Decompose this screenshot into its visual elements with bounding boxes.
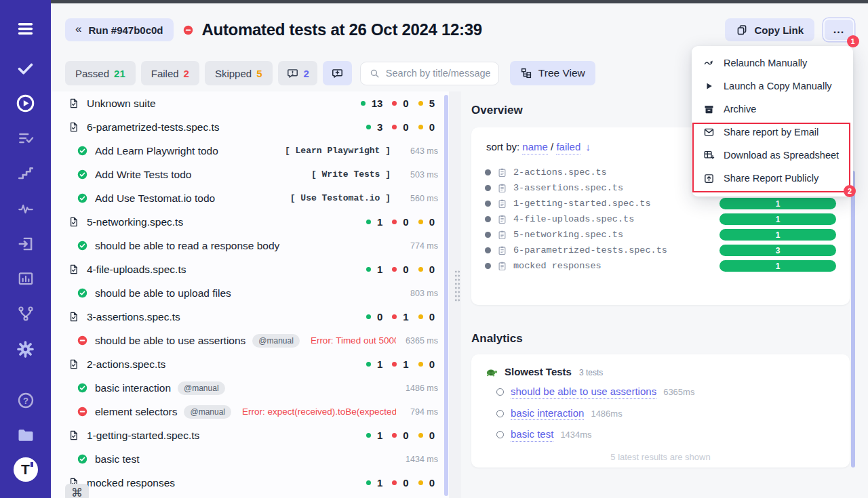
suite-row[interactable]: mocked responses 100 bbox=[51, 471, 449, 495]
spec-file-icon bbox=[68, 430, 79, 441]
test-row[interactable]: should be able to upload files 803 ms bbox=[51, 281, 449, 305]
overview-suite-row[interactable]: 4-file-uploads.spec.ts 1 bbox=[485, 211, 836, 227]
test-list: Unknown suite 1305 6-parametrized-tests.… bbox=[51, 91, 449, 498]
test-list-scrollbar[interactable] bbox=[444, 95, 448, 496]
suite-title: 2-actions.spec.ts bbox=[87, 358, 165, 371]
right-panel-scrollbar[interactable] bbox=[851, 171, 855, 468]
test-row[interactable]: should be able to read a response body 7… bbox=[51, 234, 449, 257]
folder-icon[interactable] bbox=[0, 421, 51, 449]
suite-counts: 100 bbox=[366, 430, 438, 441]
passed-count: 21 bbox=[114, 68, 125, 79]
overview-suite-row[interactable]: 6-parametrized-tests.spec.ts 3 bbox=[485, 243, 836, 258]
filter-failed-button[interactable]: Failed2 bbox=[141, 61, 199, 85]
suite-counts: 010 bbox=[366, 311, 438, 323]
suite-row[interactable]: 2-actions.spec.ts 110 bbox=[51, 352, 449, 376]
pulse-icon[interactable] bbox=[0, 195, 51, 222]
spec-file-icon bbox=[68, 264, 79, 275]
tree-view-button[interactable]: Tree View bbox=[510, 61, 595, 85]
suite-row[interactable]: 1-getting-started.spec.ts 100 bbox=[51, 423, 449, 447]
test-title: should be able to use assertions bbox=[95, 335, 245, 347]
example-tag: [ Write Tests ] bbox=[311, 169, 391, 180]
command-key-hint: ⌘ bbox=[65, 484, 89, 498]
error-message: Error: expect(received).toBe(expected) /… bbox=[242, 407, 396, 417]
duration: 774 ms bbox=[403, 241, 438, 251]
suite-row[interactable]: Unknown suite 1305 bbox=[51, 91, 449, 115]
sort-by-name-link[interactable]: name bbox=[522, 141, 548, 154]
suite-row[interactable]: 6-parametrized-tests.spec.ts 300 bbox=[51, 115, 449, 139]
test-row[interactable]: basic interaction @manual 1486 ms bbox=[51, 376, 449, 400]
slow-test-item: should be able to use assertions 6365ms bbox=[496, 386, 836, 399]
clipboard-icon bbox=[497, 183, 507, 193]
menu-item-download-spreadsheet[interactable]: Download as Spreadsheet bbox=[692, 144, 853, 167]
suite-title: Unknown suite bbox=[87, 98, 156, 110]
test-row[interactable]: Add Write Tests todo [ Write Tests ]503 … bbox=[51, 163, 449, 186]
slow-test-link[interactable]: basic test bbox=[511, 428, 553, 442]
test-row[interactable]: Add Learn Playwright todo [ Learn Playwr… bbox=[51, 139, 449, 163]
spreadsheet-icon bbox=[703, 149, 715, 161]
filter-passed-button[interactable]: Passed21 bbox=[65, 61, 136, 85]
menu-item-relaunch[interactable]: Relaunch Manually bbox=[692, 51, 853, 75]
bullet-icon bbox=[485, 201, 491, 207]
widget-title: Slowest Tests bbox=[505, 366, 572, 377]
git-branch-icon[interactable] bbox=[0, 300, 51, 327]
menu-item-archive[interactable]: Archive bbox=[692, 98, 853, 121]
test-row[interactable]: basic test 1434 ms bbox=[51, 447, 449, 471]
duration: 643 ms bbox=[403, 146, 438, 156]
sort-by-failed-link[interactable]: failed bbox=[556, 141, 580, 154]
spec-file-icon bbox=[68, 311, 79, 323]
suite-counts: 100 bbox=[366, 216, 438, 228]
check-icon[interactable] bbox=[0, 54, 51, 81]
clipboard-icon bbox=[497, 261, 507, 271]
filter-skipped-button[interactable]: Skipped5 bbox=[205, 61, 273, 85]
passed-count-bar: 1 bbox=[719, 229, 836, 241]
menu-item-launch-copy[interactable]: Launch a Copy Manually bbox=[692, 75, 853, 98]
test-row[interactable]: Add Use Testomat.io todo [ Use Testomat.… bbox=[51, 186, 449, 210]
slow-test-item: basic test 1434ms bbox=[496, 428, 836, 442]
run-header: « Run #947b0c0d Automated tests at 26 Oc… bbox=[65, 18, 854, 42]
comments-filter-button[interactable]: 2 bbox=[278, 61, 317, 85]
slow-test-link[interactable]: should be able to use assertions bbox=[511, 386, 656, 399]
suite-row[interactable]: 3-assertions.spec.ts 010 bbox=[51, 305, 449, 329]
gear-icon[interactable] bbox=[0, 335, 51, 362]
menu-item-share-email[interactable]: Share report by Email bbox=[692, 121, 853, 144]
add-comment-button[interactable] bbox=[323, 61, 352, 85]
run-failed-status-icon bbox=[182, 24, 194, 36]
overview-suite-row[interactable]: 1-getting-started.spec.ts 1 bbox=[485, 196, 836, 211]
test-row[interactable]: should be able to use assertions @manual… bbox=[51, 329, 449, 352]
slow-test-link[interactable]: basic interaction bbox=[511, 407, 584, 421]
test-title: Add Write Tests todo bbox=[95, 169, 191, 181]
suite-row[interactable]: 5-networking.spec.ts 100 bbox=[51, 210, 449, 234]
clipboard-icon bbox=[497, 230, 507, 240]
bar-chart-icon[interactable] bbox=[0, 265, 51, 292]
list-check-icon[interactable] bbox=[0, 125, 51, 152]
menu-icon[interactable] bbox=[0, 15, 51, 42]
passed-icon bbox=[77, 192, 88, 204]
spec-file-icon bbox=[68, 98, 79, 109]
test-title: Add Use Testomat.io todo bbox=[95, 192, 215, 205]
passed-icon bbox=[77, 169, 88, 180]
play-icon bbox=[703, 81, 715, 91]
sign-in-icon[interactable] bbox=[0, 230, 51, 257]
menu-item-share-publicly[interactable]: Share Report Publicly bbox=[692, 167, 853, 190]
panel-resize-grip[interactable] bbox=[454, 270, 460, 302]
search-input[interactable] bbox=[386, 68, 490, 79]
sort-direction-arrow: ↓ bbox=[585, 141, 591, 152]
play-circle-icon[interactable] bbox=[0, 89, 51, 117]
testomat-logo[interactable]: T bbox=[0, 456, 51, 483]
passed-icon bbox=[77, 287, 88, 299]
copy-icon bbox=[736, 24, 748, 36]
circle-bullet-icon bbox=[496, 410, 504, 417]
overview-suite-row[interactable]: mocked responses 1 bbox=[485, 258, 836, 274]
suite-title: 5-networking.spec.ts bbox=[87, 216, 183, 228]
suite-counts: 1305 bbox=[361, 98, 438, 109]
copy-link-button[interactable]: Copy Link bbox=[725, 18, 814, 41]
back-to-run-button[interactable]: « Run #947b0c0d bbox=[65, 18, 174, 41]
bullet-icon bbox=[485, 232, 491, 238]
suite-row[interactable]: 4-file-uploads.spec.ts 100 bbox=[51, 257, 449, 281]
overview-suite-row[interactable]: 5-networking.spec.ts 1 bbox=[485, 227, 836, 243]
test-row[interactable]: element selectors @manual Error: expect(… bbox=[51, 400, 449, 423]
more-actions-button[interactable]: ... 1 bbox=[823, 18, 854, 41]
slow-test-duration: 1486ms bbox=[591, 409, 622, 419]
steps-icon[interactable] bbox=[0, 160, 51, 187]
help-icon[interactable] bbox=[0, 387, 51, 414]
